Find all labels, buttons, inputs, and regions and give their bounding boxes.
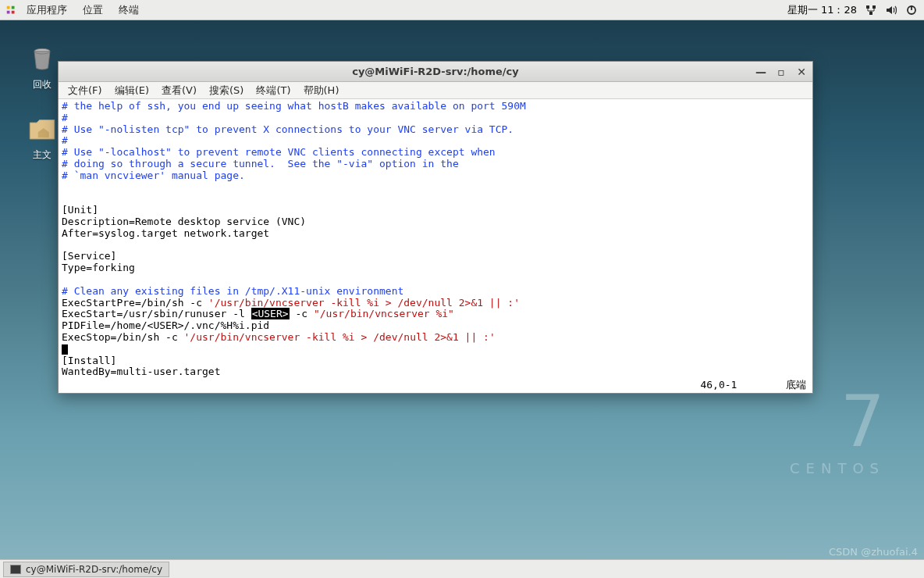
terminal-window: cy@MiWiFi-R2D-srv:/home/cy — ▫ ✕ 文件(F) 编… (58, 61, 813, 394)
terminal-mini-icon (10, 565, 21, 574)
menu-edit[interactable]: 编辑(E) (108, 84, 155, 98)
config-line: Description=Remote desktop service (VNC) (62, 216, 306, 227)
cursor (62, 344, 68, 355)
comment-line: # Use "-nolisten tcp" to prevent X conne… (62, 123, 514, 135)
menu-terminal-menu[interactable]: 终端(T) (250, 84, 297, 98)
comment-line: # (62, 134, 68, 146)
config-line: ExecStartPre=/bin/sh -c (62, 297, 208, 309)
svg-rect-0 (7, 5, 10, 9)
network-icon[interactable] (865, 4, 877, 16)
taskbar-item-label: cy@MiWiFi-R2D-srv:/home/cy (26, 564, 162, 575)
applications-icon (6, 4, 19, 16)
menu-search[interactable]: 搜索(S) (203, 84, 250, 98)
comment-line: # Use "-localhost" to prevent remote VNC… (62, 146, 496, 158)
config-line: PIDFile=/home/<USER>/.vnc/%H%i.pid (62, 319, 269, 331)
bottom-panel: cy@MiWiFi-R2D-srv:/home/cy (0, 559, 924, 578)
terminal-content[interactable]: # the help of ssh, you end up seeing wha… (59, 99, 812, 393)
comment-line: # `man vncviewer' manual page. (62, 169, 245, 181)
string-literal: '/usr/bin/vncserver -kill %i > /dev/null… (208, 297, 520, 309)
config-line: Type=forking (62, 262, 135, 273)
power-icon[interactable] (905, 4, 918, 16)
config-line: -c (290, 308, 314, 319)
centos-name: CENTOS (790, 460, 885, 476)
menu-terminal[interactable]: 终端 (111, 3, 147, 17)
taskbar-item-terminal[interactable]: cy@MiWiFi-R2D-srv:/home/cy (3, 562, 169, 577)
centos-version: 7 (790, 387, 885, 457)
menu-view[interactable]: 查看(V) (155, 84, 203, 98)
maximize-button[interactable]: ▫ (775, 66, 787, 78)
comment-line: # the help of ssh, you end up seeing wha… (62, 100, 526, 112)
svg-rect-3 (12, 10, 15, 13)
menu-places[interactable]: 位置 (75, 3, 111, 17)
terminal-menubar: 文件(F) 编辑(E) 查看(V) 搜索(S) 终端(T) 帮助(H) (59, 82, 812, 99)
top-panel: 应用程序 位置 终端 星期一 11：28 (0, 0, 924, 20)
comment-line: # Clean any existing files in /tmp/.X11-… (62, 285, 403, 297)
trash-icon (23, 39, 61, 77)
menu-file[interactable]: 文件(F) (62, 84, 108, 98)
config-line: [Service] (62, 250, 116, 262)
folder-home-icon (23, 109, 61, 147)
window-titlebar[interactable]: cy@MiWiFi-R2D-srv:/home/cy — ▫ ✕ (59, 62, 812, 82)
menu-applications[interactable]: 应用程序 (19, 3, 75, 17)
vi-status-line: 46,0-1 底端 (700, 380, 806, 391)
config-line: ExecStop=/bin/sh -c (62, 331, 184, 343)
svg-rect-4 (866, 5, 869, 9)
volume-icon[interactable] (885, 4, 897, 16)
comment-line: # (62, 112, 68, 123)
config-line: ExecStart=/usr/sbin/runuser -l (62, 308, 251, 319)
close-button[interactable]: ✕ (795, 66, 808, 78)
config-line: After=syslog.target network.target (62, 227, 269, 239)
minimize-button[interactable]: — (755, 66, 767, 78)
comment-line: # doing so through a secure tunnel. See … (62, 158, 459, 169)
string-literal: "/usr/bin/vncserver %i" (314, 308, 454, 319)
watermark: CSDN @zhuofai.4 (829, 546, 918, 558)
menu-help[interactable]: 帮助(H) (297, 84, 346, 98)
wallpaper-logo: 7 CENTOS (790, 387, 885, 476)
config-line: WantedBy=multi-user.target (62, 366, 221, 377)
svg-rect-1 (7, 10, 10, 13)
user-placeholder: <USER> (251, 308, 290, 319)
svg-rect-5 (872, 5, 876, 9)
config-line: [Unit] (62, 204, 98, 216)
clock[interactable]: 星期一 11：28 (787, 3, 857, 17)
string-literal: '/usr/bin/vncserver -kill %i > /dev/null… (184, 331, 496, 343)
svg-rect-2 (12, 5, 15, 9)
config-line: [Install] (62, 355, 116, 366)
window-title: cy@MiWiFi-R2D-srv:/home/cy (352, 66, 519, 77)
